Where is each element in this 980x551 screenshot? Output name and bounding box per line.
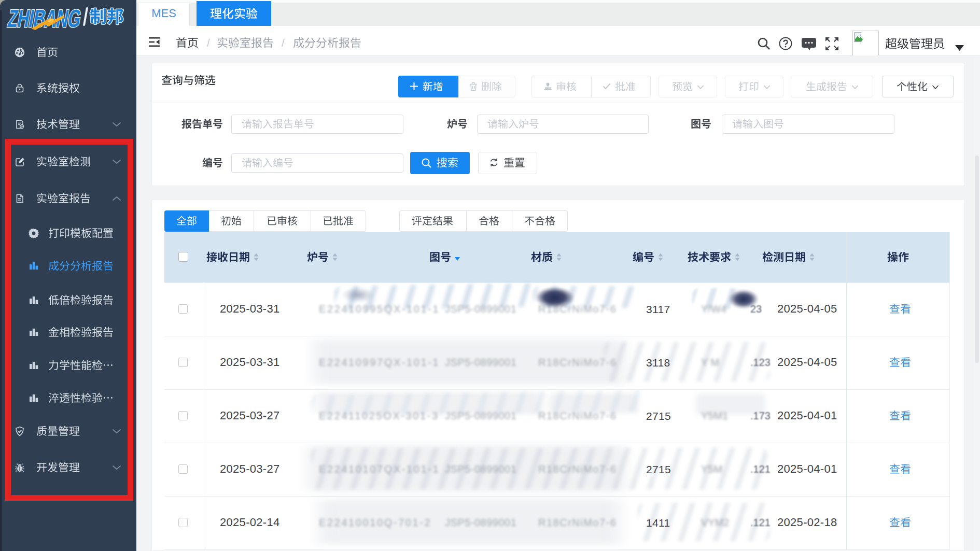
svg-text:ZHIBANG: ZHIBANG xyxy=(6,4,83,32)
